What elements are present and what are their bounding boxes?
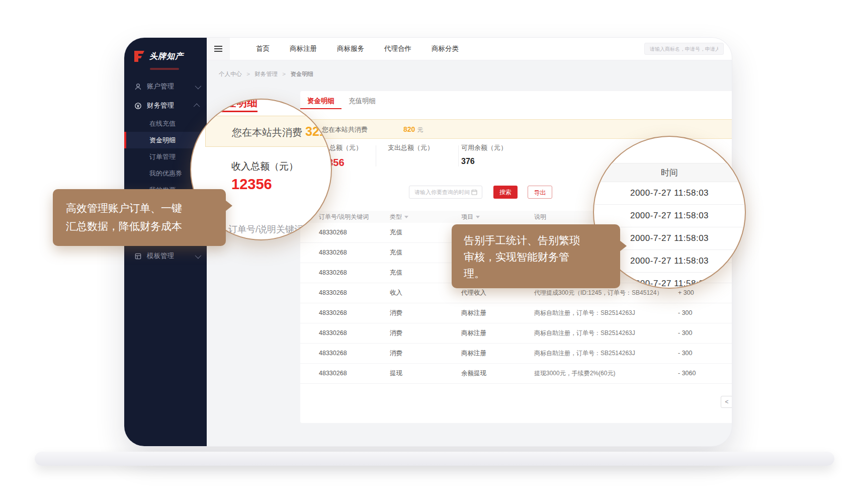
topnav-item[interactable]: 首页 xyxy=(256,44,270,53)
cell-type: 消费 xyxy=(390,303,461,323)
breadcrumb: 个人中心 > 财务管理 > 资金明细 xyxy=(207,60,732,78)
table-row: 48330268 提现 余额提现 提现3000元，手续费2%(60元) - 30… xyxy=(300,364,732,384)
stat-value: 376 xyxy=(461,157,507,166)
cell-project: 商标注册 xyxy=(461,344,534,363)
cell-description: 商标自助注册，订单号：SB2514263J xyxy=(534,323,670,343)
cell-project: 余额提现 xyxy=(461,364,534,383)
brand-name: 头牌知产 xyxy=(149,51,184,62)
tooltip-line: 高效管理账户订单、一键 xyxy=(66,199,226,217)
header-project[interactable]: 项目 xyxy=(461,211,534,223)
detail-tabs: 资金明细 充值明细 xyxy=(300,94,383,109)
topnav-item[interactable]: 商标服务 xyxy=(337,44,364,53)
tooltip-line: 理。 xyxy=(464,265,620,282)
table-row: 48330268 消费 商标注册 商标自助注册，订单号：SB2514263J -… xyxy=(300,303,732,323)
cell-order-no: 48330268 xyxy=(319,303,390,323)
sort-caret-icon[interactable] xyxy=(404,216,408,218)
chevron-up-icon xyxy=(194,103,200,110)
stat-label: 可用余额（元） xyxy=(461,143,507,152)
tooltip-line: 审核，实现智能财务管 xyxy=(464,248,620,265)
sort-caret-icon[interactable] xyxy=(476,216,480,218)
stat-divider xyxy=(376,145,376,166)
breadcrumb-separator: > xyxy=(246,71,250,77)
cell-description: 商标自助注册，订单号：SB2514263J xyxy=(534,303,670,323)
table-row: 48330268 消费 商标注册 商标自助注册，订单号：SB2514263J -… xyxy=(300,344,732,364)
cell-type: 充值 xyxy=(390,243,461,263)
sidebar-item-label: 财务管理 xyxy=(147,101,190,110)
search-button[interactable]: 搜索 xyxy=(493,186,518,199)
cell-amount: - 300 xyxy=(670,323,716,343)
cell-order-no: 48330268 xyxy=(319,283,390,303)
magnified-banner-label: 您在本站共消费 xyxy=(232,127,302,138)
breadcrumb-current: 资金明细 xyxy=(290,71,313,77)
tab-funds-detail[interactable]: 资金明细 xyxy=(300,94,342,109)
sidebar-item-template[interactable]: 模板管理 xyxy=(124,246,207,266)
cell-amount: - 300 xyxy=(670,344,716,363)
cell-description: 商标自助注册，订单号：SB2514263J xyxy=(534,344,670,363)
cell-balance: ¥ 12231 xyxy=(716,283,732,303)
header-type[interactable]: 类型 xyxy=(390,211,461,223)
cell-balance: ¥ 12231 xyxy=(716,303,732,323)
sidebar-item-label: 模板管理 xyxy=(147,251,190,261)
export-button[interactable]: 导出 xyxy=(528,186,552,199)
breadcrumb-section[interactable]: 财务管理 xyxy=(254,71,278,77)
cell-type: 充值 xyxy=(390,263,461,283)
topnav-menu: 首页 商标注册 商标服务 代理合作 商标分类 xyxy=(256,44,459,53)
tab-recharge-detail[interactable]: 充值明细 xyxy=(342,94,383,109)
cell-order-no: 48330268 xyxy=(319,344,390,363)
cell-balance: ¥ 12231 xyxy=(716,344,732,363)
user-icon xyxy=(134,83,142,91)
chevron-down-icon xyxy=(195,82,202,89)
banner-unit: 元 xyxy=(417,126,423,133)
cell-order-no: 48330268 xyxy=(319,263,390,283)
pagination-prev[interactable]: < xyxy=(721,396,732,408)
stat-expense: 支出总额（元） xyxy=(388,143,434,157)
brand-logo[interactable]: 头牌知产 xyxy=(124,38,207,67)
stat-divider xyxy=(458,145,459,166)
stat-balance: 可用余额（元） 376 xyxy=(461,143,507,166)
breadcrumb-separator: > xyxy=(282,71,286,77)
laptop-base xyxy=(35,452,834,466)
table-row: 48330268 消费 商标注册 商标自助注册，订单号：SB2514263J -… xyxy=(300,323,732,344)
cell-balance: ¥ 12231 xyxy=(716,323,732,343)
header-order: 订单号/说明关键词 xyxy=(319,211,390,223)
sidebar-item-finance[interactable]: 财务管理 xyxy=(124,96,207,115)
cell-amount: - 3060 xyxy=(670,364,716,383)
magnified-time-header: 时间 xyxy=(594,163,745,182)
sidebar-item-account[interactable]: 账户管理 xyxy=(124,77,207,96)
magnified-income-value: 12356 xyxy=(231,176,272,193)
breadcrumb-home[interactable]: 个人中心 xyxy=(219,71,242,77)
cell-order-no: 48330268 xyxy=(319,364,390,383)
magnified-time-cell: 2000-7-27 11:58:03 xyxy=(594,205,745,227)
cell-order-no: 48330268 xyxy=(319,323,390,343)
cell-type: 消费 xyxy=(390,344,461,363)
cell-balance: ¥ 12231 xyxy=(716,364,732,383)
banner-amount: 820 xyxy=(403,125,415,133)
chevron-down-icon xyxy=(195,252,202,259)
pagination: < 1 2 3 4 5 > xyxy=(721,396,732,408)
tooltip-left: 高效管理账户订单、一键 汇总数据，降低财务成本 xyxy=(53,189,226,246)
template-icon xyxy=(134,253,142,260)
cell-order-no: 48330268 xyxy=(319,243,390,263)
cell-type: 收入 xyxy=(390,283,461,303)
cell-amount: - 300 xyxy=(670,303,716,323)
cell-type: 充值 xyxy=(390,223,461,242)
cell-project: 商标注册 xyxy=(461,303,534,323)
top-navbar: 首页 商标注册 商标服务 代理合作 商标分类 xyxy=(207,38,732,60)
page: 头牌知产 账户管理 财务管理 在线充值 xyxy=(0,0,853,504)
cell-order-no: 48330268 xyxy=(319,223,390,242)
calendar-icon[interactable] xyxy=(471,189,477,195)
topnav-item[interactable]: 商标注册 xyxy=(290,44,317,53)
magnified-time-cell: 2000-7-27 11:58:03 xyxy=(594,182,745,205)
topnav-item[interactable]: 代理合作 xyxy=(384,44,411,53)
magnified-income-label: 收入总额（元） xyxy=(231,160,298,173)
tooltip-line: 告别手工统计、告别繁琐 xyxy=(464,232,620,248)
cell-type: 提现 xyxy=(390,364,461,383)
hamburger-menu-icon[interactable] xyxy=(207,38,230,60)
sidebar-subitem[interactable]: 在线充值 xyxy=(124,115,207,132)
brand-logo-icon xyxy=(133,51,145,62)
topnav-item[interactable]: 商标分类 xyxy=(432,44,459,53)
trademark-search-input[interactable] xyxy=(644,43,724,55)
tooltip-right: 告别手工统计、告别繁琐 审核，实现智能财务管 理。 xyxy=(452,224,620,288)
stat-label: 支出总额（元） xyxy=(388,143,434,152)
tooltip-line: 汇总数据，降低财务成本 xyxy=(66,217,226,235)
